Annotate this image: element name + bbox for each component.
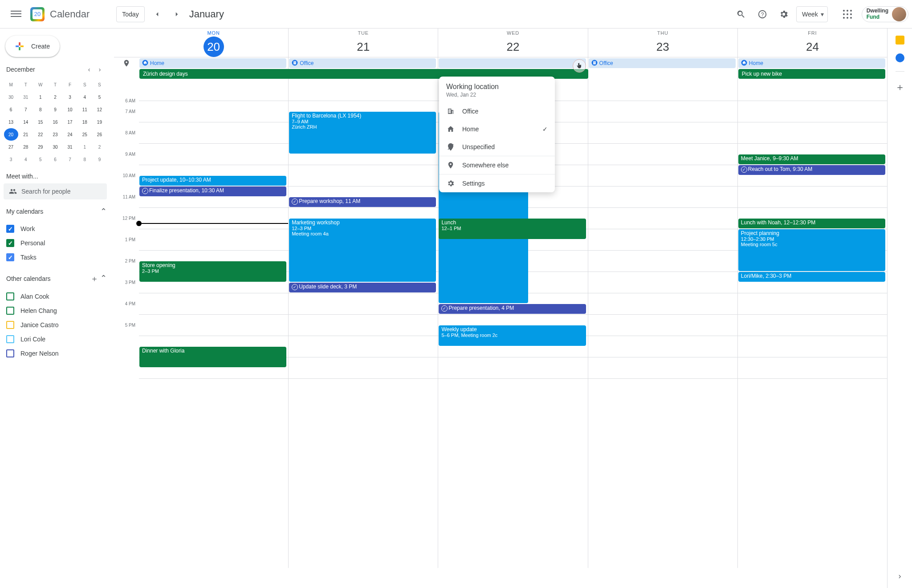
- mini-day[interactable]: 29: [33, 141, 48, 153]
- tasks-icon[interactable]: [896, 53, 904, 62]
- mini-day[interactable]: 3: [4, 153, 18, 166]
- calendar-checkbox[interactable]: [6, 292, 14, 300]
- mini-day[interactable]: 1: [33, 91, 48, 103]
- help-button[interactable]: ?: [753, 5, 771, 23]
- mini-day[interactable]: 5: [33, 153, 48, 166]
- day-header[interactable]: WED22: [438, 28, 587, 57]
- calendar-checkbox[interactable]: [6, 349, 14, 357]
- mini-day[interactable]: 7: [63, 153, 77, 166]
- popover-somewhere-else[interactable]: Somewhere else: [439, 156, 555, 174]
- apps-launcher-button[interactable]: [839, 5, 856, 23]
- search-button[interactable]: [732, 5, 750, 23]
- prev-week-button[interactable]: [150, 7, 164, 21]
- mini-prev-month[interactable]: ‹: [84, 64, 94, 75]
- mini-day[interactable]: 6: [48, 153, 62, 166]
- keep-icon[interactable]: [896, 36, 904, 45]
- mini-day[interactable]: 9: [48, 103, 62, 116]
- calendar-checkbox[interactable]: [6, 253, 14, 261]
- mini-day[interactable]: 17: [63, 116, 77, 128]
- mini-day[interactable]: 8: [33, 103, 48, 116]
- event[interactable]: ✓Reach out to Tom, 9:30 AM: [738, 165, 885, 175]
- event[interactable]: Project update, 10–10:30 AM: [139, 176, 286, 186]
- event[interactable]: Meet Janice, 9–9:30 AM: [738, 154, 885, 164]
- mini-day[interactable]: 4: [19, 153, 33, 166]
- event[interactable]: ✓Update slide deck, 3 PM: [289, 283, 436, 292]
- mini-day[interactable]: 27: [4, 141, 18, 153]
- mini-day[interactable]: 20: [4, 128, 18, 141]
- day-header[interactable]: FRI24: [738, 28, 887, 57]
- add-addon-button[interactable]: ＋: [895, 81, 905, 94]
- popover-option[interactable]: Home✓: [439, 120, 555, 138]
- mini-day[interactable]: 2: [48, 91, 62, 103]
- collapse-other-calendars[interactable]: ⌃: [100, 273, 107, 284]
- working-location-chip[interactable]: Home: [738, 58, 885, 68]
- next-week-button[interactable]: [170, 7, 184, 21]
- mini-day[interactable]: 22: [33, 128, 48, 141]
- settings-button[interactable]: [775, 5, 793, 23]
- account-chip[interactable]: Dwelling Fund: [862, 6, 908, 22]
- mini-day[interactable]: 28: [19, 141, 33, 153]
- calendar-item[interactable]: Work: [4, 222, 107, 236]
- working-location-chip[interactable]: Office: [589, 58, 736, 68]
- calendar-item[interactable]: Janice Castro: [4, 318, 107, 332]
- event[interactable]: Lori/Mike, 2:30–3 PM: [738, 272, 885, 282]
- mini-day[interactable]: 7: [19, 103, 33, 116]
- calendar-item[interactable]: Tasks: [4, 250, 107, 264]
- mini-day[interactable]: 11: [77, 103, 92, 116]
- calendar-checkbox[interactable]: [6, 225, 14, 233]
- event[interactable]: Project planning12:30–2:30 PMMeeting roo…: [738, 229, 885, 271]
- popover-option[interactable]: Office: [439, 102, 555, 120]
- event[interactable]: Lunch12–1 PM: [439, 219, 586, 239]
- calendar-item[interactable]: Helen Chang: [4, 304, 107, 318]
- working-location-chip[interactable]: [439, 58, 586, 68]
- mini-day[interactable]: 16: [48, 116, 62, 128]
- calendar-checkbox[interactable]: [6, 307, 14, 315]
- mini-day[interactable]: 24: [63, 128, 77, 141]
- popover-settings[interactable]: Settings: [439, 174, 555, 192]
- mini-day[interactable]: 23: [48, 128, 62, 141]
- event[interactable]: Lunch with Noah, 12–12:30 PM: [738, 219, 885, 228]
- mini-day[interactable]: 5: [92, 91, 106, 103]
- day-header[interactable]: TUE21: [289, 28, 438, 57]
- mini-day[interactable]: 30: [48, 141, 62, 153]
- calendar-item[interactable]: Personal: [4, 236, 107, 250]
- calendar-item[interactable]: Alan Cook: [4, 289, 107, 304]
- popover-option[interactable]: Unspecified: [439, 138, 555, 156]
- event[interactable]: Weekly update5–6 PM, Meeting room 2c: [439, 325, 586, 346]
- collapse-side-panel[interactable]: ›: [899, 572, 901, 581]
- working-location-chip[interactable]: Home: [139, 58, 286, 68]
- mini-day[interactable]: 3: [63, 91, 77, 103]
- allday-event[interactable]: Pick up new bike: [738, 69, 885, 79]
- add-other-calendar[interactable]: ＋: [90, 273, 98, 284]
- mini-day[interactable]: 15: [33, 116, 48, 128]
- event[interactable]: Flight to Barcelona (LX 1954)7–9 AMZüric…: [289, 112, 436, 154]
- day-column[interactable]: Flight to Barcelona (LX 1954)7–9 AMZüric…: [288, 80, 438, 568]
- mini-day[interactable]: 26: [92, 128, 106, 141]
- mini-day[interactable]: 30: [4, 91, 18, 103]
- event[interactable]: Store opening2–3 PM: [139, 261, 286, 282]
- view-selector[interactable]: Week ▾: [796, 6, 828, 22]
- event[interactable]: ✓Prepare presentation, 4 PM: [439, 304, 586, 314]
- day-column[interactable]: [588, 80, 737, 568]
- day-header[interactable]: MON20: [139, 28, 288, 57]
- mini-day[interactable]: 12: [92, 103, 106, 116]
- mini-day[interactable]: 13: [4, 116, 18, 128]
- day-column[interactable]: Meet Janice, 9–9:30 AM✓Reach out to Tom,…: [737, 80, 887, 568]
- calendar-item[interactable]: Lori Cole: [4, 332, 107, 346]
- event[interactable]: ✓Prepare workshop, 11 AM: [289, 197, 436, 207]
- mini-day[interactable]: 25: [77, 128, 92, 141]
- mini-day[interactable]: 19: [92, 116, 106, 128]
- app-logo[interactable]: 20 Calendar: [28, 5, 90, 23]
- calendar-checkbox[interactable]: [6, 239, 14, 247]
- create-button[interactable]: Create: [5, 36, 60, 57]
- mini-day[interactable]: 31: [19, 91, 33, 103]
- mini-day[interactable]: 10: [63, 103, 77, 116]
- calendar-checkbox[interactable]: [6, 335, 14, 343]
- collapse-my-calendars[interactable]: ⌃: [100, 207, 107, 216]
- mini-day[interactable]: 14: [19, 116, 33, 128]
- mini-day[interactable]: 9: [92, 153, 106, 166]
- day-header[interactable]: THU23: [588, 28, 737, 57]
- calendar-checkbox[interactable]: [6, 321, 14, 329]
- mini-day[interactable]: 4: [77, 91, 92, 103]
- event[interactable]: Marketing workshop12–3 PMMeeting room 4a: [289, 219, 436, 282]
